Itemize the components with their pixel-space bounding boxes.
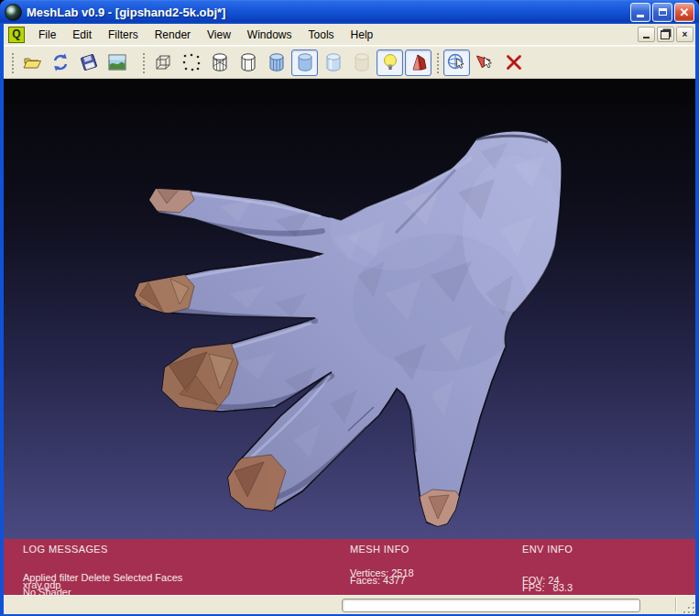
menu-render[interactable]: Render bbox=[147, 26, 199, 44]
fps-value: FPS: 83.3 bbox=[522, 584, 573, 591]
menu-view[interactable]: View bbox=[199, 26, 239, 44]
reload-icon bbox=[50, 52, 71, 72]
snapshot-button[interactable] bbox=[104, 50, 130, 76]
client-area: Q File Edit Filters Render View Windows … bbox=[4, 24, 695, 612]
wireframe-mode-button[interactable] bbox=[206, 50, 233, 76]
mdi-restore-button[interactable] bbox=[657, 27, 674, 42]
mesh-info-rows: Vertices: 2518 Faces: 4377 bbox=[350, 569, 414, 584]
menu-help[interactable]: Help bbox=[343, 26, 382, 44]
window-title: MeshLab v0.9 - [gipshand2-5k.obj*] bbox=[27, 6, 628, 19]
light-bulb-icon bbox=[380, 52, 400, 72]
delete-selected-faces-button[interactable] bbox=[500, 50, 527, 76]
toolbar-grip-handle[interactable] bbox=[10, 51, 15, 73]
log-messages-section: LOG MESSAGES Applied filter Delete Selec… bbox=[23, 539, 182, 595]
toolbar-grip-handle[interactable] bbox=[435, 51, 440, 73]
maximize-icon bbox=[659, 8, 667, 16]
fancy-lighting-toggle-button[interactable] bbox=[405, 50, 431, 76]
open-folder-icon bbox=[22, 52, 42, 72]
light-toggle-button[interactable] bbox=[377, 50, 403, 76]
hidden-lines-cylinder-icon bbox=[238, 52, 258, 72]
flat-lines-cylinder-icon bbox=[267, 52, 287, 72]
points-mode-button[interactable] bbox=[178, 50, 204, 76]
statusbar-separator bbox=[675, 598, 676, 611]
menu-filters[interactable]: Filters bbox=[100, 26, 147, 44]
bounding-box-button[interactable] bbox=[149, 50, 176, 76]
close-icon: ✕ bbox=[680, 6, 690, 18]
smooth-shading-mode-button[interactable] bbox=[320, 50, 346, 76]
title-bar[interactable]: MeshLab v0.9 - [gipshand2-5k.obj*] ✕ bbox=[0, 0, 699, 24]
mdi-restore-icon bbox=[661, 30, 670, 39]
faces-count: Faces: 4377 bbox=[350, 577, 414, 584]
menu-tools[interactable]: Tools bbox=[300, 26, 343, 44]
trackball-mode-button[interactable] bbox=[443, 50, 470, 76]
menu-windows[interactable]: Windows bbox=[239, 26, 300, 44]
select-faces-arrow-icon bbox=[475, 52, 496, 73]
menu-file[interactable]: File bbox=[30, 26, 64, 44]
maximize-button[interactable] bbox=[652, 3, 672, 22]
menu-edit[interactable]: Edit bbox=[64, 26, 100, 44]
reload-button[interactable] bbox=[47, 50, 73, 76]
mesh-info-section: MESH INFO Vertices: 2518 Faces: 4377 bbox=[350, 539, 414, 584]
meshlab-logo-icon bbox=[5, 4, 22, 21]
mesh-info-title: MESH INFO bbox=[350, 544, 414, 555]
mdi-minimize-icon bbox=[643, 37, 650, 38]
meshlab-window: MeshLab v0.9 - [gipshand2-5k.obj*] ✕ Q F… bbox=[0, 0, 699, 616]
toolbar bbox=[4, 46, 695, 79]
log-messages-title: LOG MESSAGES bbox=[23, 544, 182, 555]
points-icon bbox=[181, 52, 202, 72]
texture-mode-button[interactable] bbox=[348, 50, 375, 76]
minimize-button[interactable] bbox=[630, 3, 650, 22]
floppy-save-icon bbox=[79, 52, 99, 72]
smooth-cylinder-icon bbox=[323, 52, 344, 72]
flat-cylinder-icon bbox=[295, 52, 315, 72]
flat-lines-mode-button[interactable] bbox=[263, 50, 289, 76]
toolbar-grip-handle[interactable] bbox=[141, 51, 146, 73]
save-button[interactable] bbox=[75, 50, 102, 76]
open-button[interactable] bbox=[18, 50, 45, 76]
snapshot-landscape-icon bbox=[107, 52, 127, 72]
progress-bar bbox=[342, 599, 640, 612]
env-info-section: ENV INFO FOV: 24 FPS: 83.3 bbox=[522, 539, 573, 591]
hidden-lines-mode-button[interactable] bbox=[235, 50, 261, 76]
fancy-lighting-icon bbox=[409, 52, 429, 72]
info-panel: LOG MESSAGES Applied filter Delete Selec… bbox=[4, 539, 695, 595]
hand-mesh-render bbox=[4, 79, 695, 539]
minimize-icon bbox=[637, 15, 644, 17]
meshlab-q-logo-icon[interactable]: Q bbox=[8, 27, 25, 43]
bounding-box-icon bbox=[153, 52, 173, 72]
wireframe-cylinder-icon bbox=[210, 52, 230, 72]
mdi-close-icon: × bbox=[683, 30, 688, 39]
menu-bar: Q File Edit Filters Render View Windows … bbox=[4, 24, 695, 46]
log-line: No Shader bbox=[23, 588, 182, 595]
resize-grip[interactable] bbox=[683, 601, 694, 613]
delete-x-icon bbox=[504, 52, 524, 72]
trackball-icon bbox=[446, 52, 467, 73]
select-faces-button[interactable] bbox=[472, 50, 498, 76]
env-info-rows: FOV: 24 FPS: 83.3 bbox=[522, 577, 573, 591]
gl-viewport[interactable] bbox=[4, 79, 695, 539]
flat-shading-mode-button[interactable] bbox=[291, 50, 318, 76]
log-messages-lines: Applied filter Delete Selected Faces xra… bbox=[23, 574, 182, 595]
texture-cylinder-icon bbox=[352, 52, 372, 72]
mdi-minimize-button[interactable] bbox=[638, 27, 655, 42]
close-button[interactable]: ✕ bbox=[674, 3, 694, 22]
status-bar bbox=[4, 595, 695, 614]
env-info-title: ENV INFO bbox=[522, 544, 573, 555]
mdi-close-button[interactable]: × bbox=[676, 27, 694, 42]
